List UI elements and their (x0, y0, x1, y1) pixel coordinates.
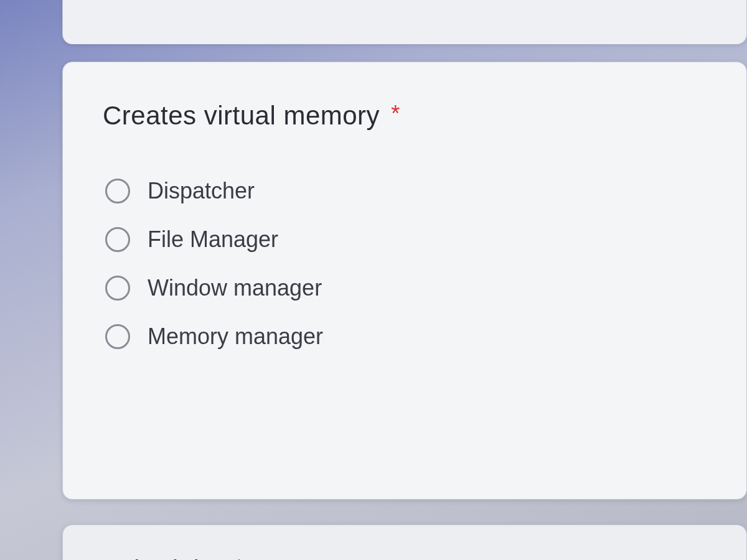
option-label: Window manager (148, 275, 322, 301)
card-gap (62, 44, 747, 62)
radio-icon[interactable] (105, 276, 130, 301)
next-question-card: Scheduler * (62, 525, 747, 560)
option-dispatcher[interactable]: Dispatcher (103, 167, 257, 215)
radio-icon[interactable] (105, 324, 130, 349)
option-label: Memory manager (148, 324, 323, 350)
previous-question-card (62, 0, 747, 44)
form-page: Creates virtual memory * Dispatcher File… (0, 0, 747, 560)
option-memory-manager[interactable]: Memory manager (103, 312, 326, 361)
options-group: Dispatcher File Manager Window manager M… (103, 167, 707, 361)
question-title: Scheduler * (103, 555, 707, 560)
radio-icon[interactable] (105, 179, 130, 203)
question-title-text: Creates virtual memory (103, 101, 380, 130)
option-label: File Manager (148, 226, 278, 253)
question-title: Creates virtual memory * (103, 101, 707, 131)
option-window-manager[interactable]: Window manager (103, 264, 324, 312)
question-title-text: Scheduler (103, 555, 223, 560)
radio-icon[interactable] (105, 227, 130, 252)
option-file-manager[interactable]: File Manager (103, 215, 281, 264)
required-marker: * (235, 555, 244, 560)
required-marker: * (391, 101, 400, 126)
option-label: Dispatcher (148, 178, 255, 204)
question-card: Creates virtual memory * Dispatcher File… (62, 62, 747, 500)
